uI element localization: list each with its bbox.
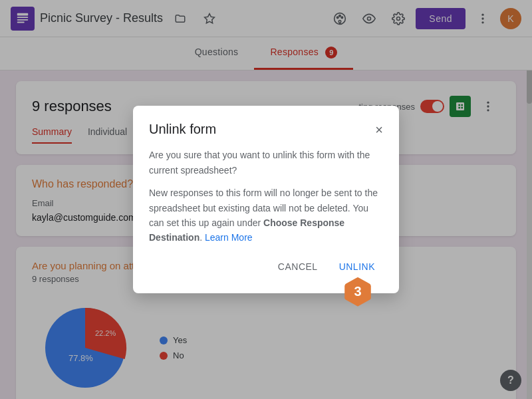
modal-body-p1: Are you sure that you want to unlink thi… xyxy=(149,148,383,178)
unlink-modal: Unlink form × Are you sure that you want… xyxy=(133,106,399,293)
modal-title: Unlink form xyxy=(149,122,216,137)
cancel-button[interactable]: CANCEL xyxy=(270,256,326,277)
learn-more-link[interactable]: Learn More xyxy=(205,232,253,243)
modal-actions: CANCEL UNLINK xyxy=(149,256,383,277)
modal-close-button[interactable]: × xyxy=(375,123,383,136)
modal-body: Are you sure that you want to unlink thi… xyxy=(149,148,383,245)
modal-overlay: Unlink form × Are you sure that you want… xyxy=(0,0,532,399)
step-badge-container: 3 xyxy=(343,277,372,307)
modal-body-p2: New responses to this form will no longe… xyxy=(149,186,383,245)
modal-header: Unlink form × xyxy=(149,122,383,137)
unlink-button[interactable]: UNLINK xyxy=(331,256,383,277)
step-badge: 3 xyxy=(343,277,372,307)
